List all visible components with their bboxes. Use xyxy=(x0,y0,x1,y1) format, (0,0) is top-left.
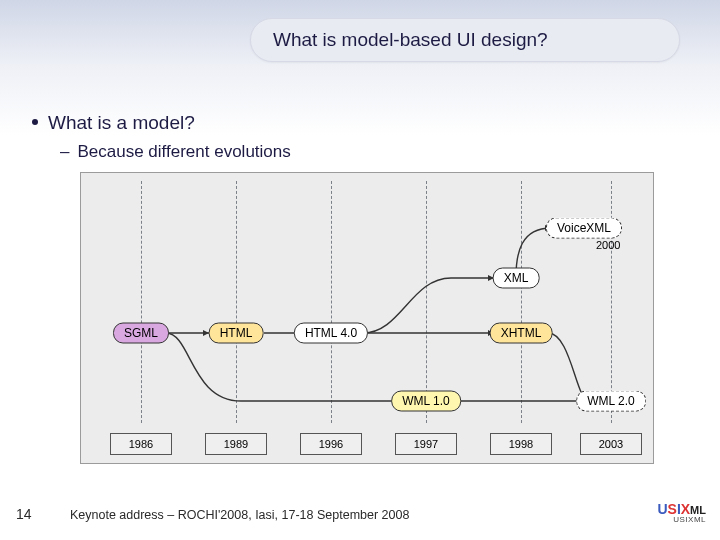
slide-title-bar: What is model-based UI design? xyxy=(250,18,680,62)
footer-text: Keynote address – ROCHI'2008, Iasi, 17-1… xyxy=(70,508,409,522)
node-html: HTML xyxy=(209,323,264,344)
year-label: 1986 xyxy=(110,433,172,455)
bullet-dot-icon xyxy=(32,119,38,125)
year-label: 1997 xyxy=(395,433,457,455)
voicexml-year: 2000 xyxy=(596,239,620,251)
year-label: 1989 xyxy=(205,433,267,455)
year-label: 1998 xyxy=(490,433,552,455)
page-number: 14 xyxy=(16,506,32,522)
bullet2-text: Because different evolutions xyxy=(77,142,290,161)
usixml-logo: USIXML USIXML xyxy=(657,501,706,524)
slide-title: What is model-based UI design? xyxy=(273,29,548,51)
bullet-level-1: What is a model? xyxy=(32,112,195,134)
year-label: 1996 xyxy=(300,433,362,455)
bullet1-text: What is a model? xyxy=(48,112,195,133)
bullet-dash-icon: – xyxy=(60,142,69,161)
bullet-level-2: –Because different evolutions xyxy=(60,142,291,162)
connector-lines xyxy=(81,173,653,463)
node-html40: HTML 4.0 xyxy=(294,323,368,344)
node-wml20: WML 2.0 xyxy=(576,391,646,412)
node-xhtml: XHTML xyxy=(490,323,553,344)
node-wml10: WML 1.0 xyxy=(391,391,461,412)
year-label: 2003 xyxy=(580,433,642,455)
node-sgml: SGML xyxy=(113,323,169,344)
node-voicexml: VoiceXML xyxy=(546,218,622,239)
timeline-diagram: SGML HTML HTML 4.0 XML XHTML VoiceXML 20… xyxy=(80,172,654,464)
slide: What is model-based UI design? What is a… xyxy=(0,0,720,540)
node-xml: XML xyxy=(493,268,540,289)
